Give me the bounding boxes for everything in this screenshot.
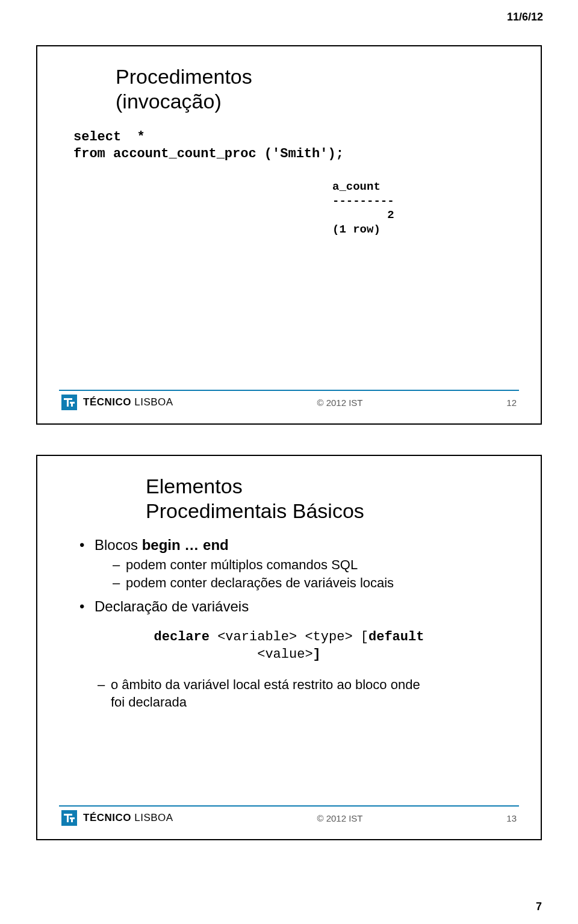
slide1-footer-left: TÉCNICO LISBOA <box>61 395 173 410</box>
slide2-copyright: © 2012 IST <box>317 813 362 823</box>
page-date: 11/6/12 <box>507 11 543 23</box>
slide2-scope-wrap: o âmbito da variável local está restrito… <box>98 676 517 711</box>
slide1-footer: TÉCNICO LISBOA © 2012 IST 12 <box>61 395 517 410</box>
tecnico-logo-icon <box>61 810 77 826</box>
slide1-copyright: © 2012 IST <box>317 398 362 408</box>
slide2-sub-sql: podem conter múltiplos comandos SQL <box>113 557 517 574</box>
slide2-title-line1: Elementos <box>146 475 243 498</box>
slide2-divider <box>59 805 519 807</box>
slide-1: Procedimentos (invocação) select * from … <box>36 45 542 425</box>
slide1-divider <box>59 390 519 391</box>
slide2-bullet-declaracao: Declaração de variáveis <box>79 597 517 616</box>
slide2-declare-syntax: declare <variable> <type> [default <valu… <box>61 629 517 663</box>
slide2-title-line2: Procedimentais Básicos <box>146 499 364 522</box>
slide1-number: 12 <box>506 398 517 408</box>
slide2-footer-left: TÉCNICO LISBOA <box>61 810 173 826</box>
page-number: 7 <box>536 901 542 913</box>
tecnico-logo-icon <box>61 395 77 410</box>
slide2-title: Elementos Procedimentais Básicos <box>146 474 517 523</box>
slide1-code: select * from account_count_proc ('Smith… <box>73 129 517 163</box>
slide2-bullet-blocos: Blocos begin … end podem conter múltiplo… <box>79 535 517 592</box>
slide1-title-line1: Procedimentos <box>116 65 252 88</box>
slide1-title-line2: (invocação) <box>116 90 222 113</box>
slide2-blocos-sublist: podem conter múltiplos comandos SQL pode… <box>113 557 517 592</box>
page: 11/6/12 Procedimentos (invocação) select… <box>0 0 578 924</box>
slide2-number: 13 <box>506 813 517 823</box>
slide2-scope-sublist: o âmbito da variável local está restrito… <box>98 676 517 711</box>
slide1-title: Procedimentos (invocação) <box>116 64 517 114</box>
slide2-sub-ambito: o âmbito da variável local está restrito… <box>98 676 517 711</box>
slide2-sub-decl: podem conter declarações de variáveis lo… <box>113 575 517 592</box>
slide1-brand: TÉCNICO LISBOA <box>83 396 173 408</box>
slide2-list: Blocos begin … end podem conter múltiplo… <box>79 535 517 616</box>
slide2-footer: TÉCNICO LISBOA © 2012 IST 13 <box>61 810 517 826</box>
slide-2: Elementos Procedimentais Básicos Blocos … <box>36 455 542 840</box>
slide2-brand: TÉCNICO LISBOA <box>83 812 173 824</box>
slide1-result: a_count --------- 2 (1 row) <box>332 180 517 237</box>
